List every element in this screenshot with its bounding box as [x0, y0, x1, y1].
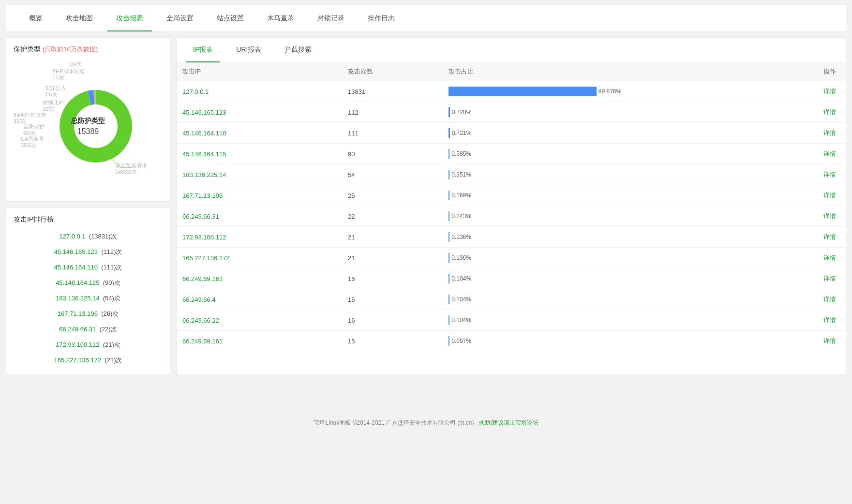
chart-series-label: 非浏览器请求14832/次 [115, 163, 147, 175]
table-row: 66.249.69.163160.104%详情 [177, 268, 846, 289]
sub-tab[interactable]: URI报表 [229, 38, 268, 62]
cell-ip[interactable]: 45.146.164.110 [177, 123, 342, 144]
table-scroll[interactable]: 攻击IP 攻击次数 攻击占比 操作 127.0.0.11383189.876%详… [177, 62, 846, 348]
detail-link[interactable]: 详情 [823, 192, 836, 199]
rank-item[interactable]: 45.146.164.125 (90)次 [14, 275, 163, 291]
cell-count: 16 [342, 289, 443, 310]
table-row: 66.249.66.31220.143%详情 [177, 206, 846, 227]
top-tab[interactable]: 概览 [20, 5, 51, 31]
cell-count: 112 [342, 102, 443, 123]
chart-series-label: 封锁此IP30/次 [43, 100, 63, 112]
sub-tab[interactable]: 拦截搜索 [278, 38, 318, 62]
cell-count: 26 [342, 185, 443, 206]
cell-count: 90 [342, 144, 443, 164]
cell-ip[interactable]: 172.93.100.112 [177, 227, 342, 248]
detail-link[interactable]: 详情 [823, 337, 836, 344]
cell-ip[interactable]: 165.227.136.172 [177, 248, 342, 268]
table-row: 167.71.13.196260.169%详情 [177, 185, 846, 206]
top-tab[interactable]: 攻击报表 [107, 5, 152, 31]
detail-link[interactable]: 详情 [823, 108, 836, 116]
cell-ratio: 0.136% [443, 248, 788, 268]
table-row: 45.146.165.1231120.728%详情 [177, 102, 846, 123]
rank-item[interactable]: 45.146.165.123 (112)次 [14, 244, 163, 260]
cell-ip[interactable]: 66.249.66.22 [177, 310, 342, 331]
cell-ratio: 0.097% [443, 331, 788, 348]
top-tab[interactable]: 操作日志 [359, 5, 404, 31]
cell-ip[interactable]: 167.71.13.196 [177, 185, 342, 206]
table-row: 66.249.66.4160.104%详情 [177, 289, 846, 310]
cell-count: 111 [342, 123, 443, 144]
table-row: 66.249.66.22160.104%详情 [177, 310, 846, 331]
cell-ratio: 0.136% [443, 227, 788, 248]
rank-item[interactable]: 172.93.100.112 (21)次 [14, 337, 163, 353]
cell-count: 15 [342, 331, 443, 348]
footer: 宝塔Linux面板 ©2014-2021 广东堡塔安全技术有限公司 (bt.cn… [0, 380, 852, 432]
protect-type-title: 保护类型 (只取前10万条数据) [14, 45, 163, 54]
cell-count: 22 [342, 206, 443, 227]
cell-count: 13831 [342, 81, 443, 102]
cell-ratio: 89.876% [443, 81, 788, 102]
cell-ip[interactable]: 66.249.66.4 [177, 289, 342, 310]
cell-ratio: 0.169% [443, 185, 788, 206]
rank-item[interactable]: 167.71.13.196 (26)次 [14, 306, 163, 322]
th-op: 操作 [788, 62, 846, 81]
detail-link[interactable]: 详情 [823, 212, 836, 220]
cell-ip[interactable]: 45.146.164.125 [177, 144, 342, 164]
rank-title: 攻击IP排行榜 [14, 215, 163, 224]
top-tabs: 概览攻击地图攻击报表全局设置站点设置木马查杀封锁记录操作日志 [6, 5, 846, 31]
rank-item[interactable]: 127.0.0.1 (13831)次 [14, 229, 163, 244]
chart-series-label: SQL注入11/次 [45, 85, 66, 98]
attack-ip-rank-panel: 攻击IP排行榜 127.0.0.1 (13831)次45.146.165.123… [6, 208, 170, 374]
table-row: 165.227.136.172210.136%详情 [177, 248, 846, 268]
detail-link[interactable]: 详情 [823, 296, 836, 303]
top-tab[interactable]: 站点设置 [208, 5, 253, 31]
cell-ratio: 0.728% [443, 102, 788, 123]
cell-ratio: 0.104% [443, 310, 788, 331]
sub-tabs: IP报表URI报表拦截搜索 [177, 38, 846, 62]
ip-report-table: 攻击IP 攻击次数 攻击占比 操作 127.0.0.11383189.876%详… [177, 62, 846, 348]
detail-link[interactable]: 详情 [823, 150, 836, 157]
th-ratio: 攻击占比 [443, 62, 788, 81]
rank-item[interactable]: 165.227.136.172 (21)次 [14, 353, 163, 367]
cell-count: 16 [342, 310, 443, 331]
cell-ip[interactable]: 183.136.225.14 [177, 164, 342, 185]
rank-list[interactable]: 127.0.0.1 (13831)次45.146.165.123 (112)次4… [14, 229, 163, 367]
cell-ip[interactable]: 66.249.69.163 [177, 268, 342, 289]
cell-ratio: 0.104% [443, 289, 788, 310]
table-row: 45.146.164.125900.585%详情 [177, 144, 846, 164]
detail-link[interactable]: 详情 [823, 233, 836, 240]
cell-ip[interactable]: 66.249.66.31 [177, 206, 342, 227]
cell-ip[interactable]: 127.0.0.1 [177, 81, 342, 102]
cell-count: 54 [342, 164, 443, 185]
rank-item[interactable]: 66.249.66.31 (22)次 [14, 322, 163, 337]
table-row: 183.136.225.14540.351%详情 [177, 164, 846, 185]
detail-link[interactable]: 详情 [823, 171, 836, 178]
top-tab[interactable]: 封锁记录 [309, 5, 353, 31]
chart-series-label: PHP脚本过滤11/次 [52, 68, 85, 81]
rank-item[interactable]: 45.146.164.110 (111)次 [14, 260, 163, 275]
footer-link[interactable]: 求助|建议请上宝塔论坛 [478, 419, 538, 426]
cell-ratio: 0.351% [443, 164, 788, 185]
detail-link[interactable]: 详情 [823, 254, 836, 261]
table-row: 45.146.164.1101110.721%详情 [177, 123, 846, 144]
th-count: 攻击次数 [342, 62, 443, 81]
detail-link[interactable]: 详情 [823, 316, 836, 324]
chart-series-label: 目录保护60/次 [23, 124, 45, 136]
cell-ip[interactable]: 66.249.69.161 [177, 331, 342, 348]
detail-link[interactable]: 详情 [823, 88, 836, 95]
chart-series-label: 10/次 [69, 61, 82, 67]
cell-ip[interactable]: 45.146.165.123 [177, 102, 342, 123]
sub-tab[interactable]: IP报表 [186, 38, 220, 62]
table-row: 127.0.0.11383189.876%详情 [177, 81, 846, 102]
detail-link[interactable]: 详情 [823, 275, 836, 282]
cell-count: 16 [342, 268, 443, 289]
rank-item[interactable]: 183.136.225.14 (54)次 [14, 291, 163, 306]
chart-series-label: UA黑名单393/次 [21, 136, 44, 148]
cell-count: 21 [342, 248, 443, 268]
top-tab[interactable]: 攻击地图 [57, 5, 102, 31]
top-tab[interactable]: 全局设置 [158, 5, 202, 31]
donut-center-value: 15389 [71, 127, 105, 136]
top-tab[interactable]: 木马查杀 [258, 5, 303, 31]
donut-chart: 总防护类型 15389 非浏览器请求14832/次UA黑名单393/次目录保护6… [14, 59, 163, 194]
detail-link[interactable]: 详情 [823, 129, 836, 136]
